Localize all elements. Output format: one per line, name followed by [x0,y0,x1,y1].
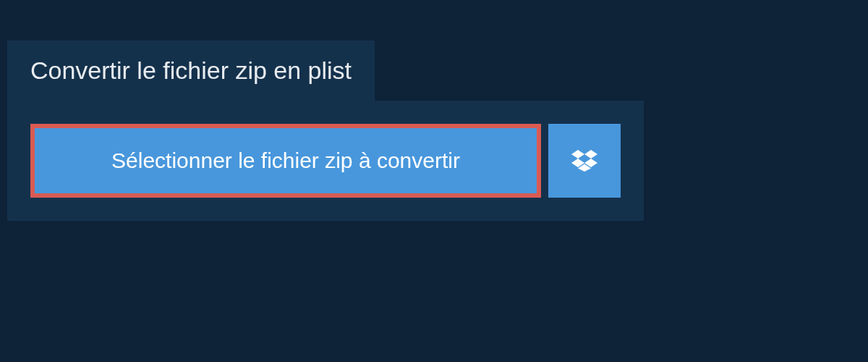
select-file-label: Sélectionner le fichier zip à convertir [111,148,460,173]
page-title: Convertir le fichier zip en plist [30,56,352,84]
page-title-tab: Convertir le fichier zip en plist [7,41,375,101]
button-row: Sélectionner le fichier zip à convertir [30,124,621,198]
dropbox-button[interactable] [548,124,621,198]
content-panel: Sélectionner le fichier zip à convertir [7,101,644,221]
select-file-button[interactable]: Sélectionner le fichier zip à convertir [30,124,541,198]
dropbox-icon [571,149,597,172]
